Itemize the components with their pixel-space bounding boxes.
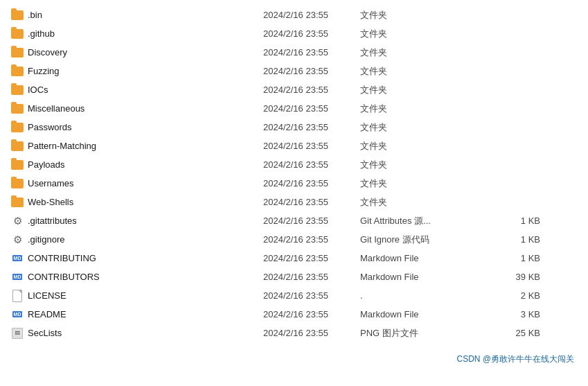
list-item[interactable]: MDCONTRIBUTORS2024/2/16 23:55Markdown Fi… <box>0 267 588 286</box>
file-type: Markdown File <box>360 272 485 282</box>
list-item[interactable]: Miscellaneous2024/2/16 23:55文件夹 <box>0 99 588 118</box>
file-name: CONTRIBUTING <box>28 253 263 263</box>
folder-icon <box>11 121 24 134</box>
file-name: Fuzzing <box>28 66 263 76</box>
file-type: 文件夹 <box>360 46 485 59</box>
file-type: Git Ignore 源代码 <box>360 234 485 246</box>
file-name: README <box>28 309 263 319</box>
list-item[interactable]: Web-Shells2024/2/16 23:55文件夹 <box>0 193 588 211</box>
gear-icon: ⚙ <box>11 234 24 246</box>
folder-icon <box>11 46 24 59</box>
folder-icon <box>11 140 24 152</box>
file-type: 文件夹 <box>360 9 485 21</box>
file-type: 文件夹 <box>360 84 485 96</box>
markdown-icon: MD <box>11 308 24 321</box>
list-item[interactable]: Usernames2024/2/16 23:55文件夹 <box>0 174 588 193</box>
folder-icon <box>11 196 24 209</box>
list-item[interactable]: MDCONTRIBUTING2024/2/16 23:55Markdown Fi… <box>0 249 588 267</box>
file-type: 文件夹 <box>360 121 485 134</box>
file-name: SecLists <box>28 328 263 338</box>
file-type: 文件夹 <box>360 103 485 115</box>
file-date: 2024/2/16 23:55 <box>263 253 360 263</box>
file-size: 1 KB <box>485 234 540 245</box>
file-size: 39 KB <box>485 272 540 282</box>
file-size: 2 KB <box>485 290 540 301</box>
file-type: 文件夹 <box>360 196 485 209</box>
file-date: 2024/2/16 23:55 <box>263 141 360 151</box>
file-date: 2024/2/16 23:55 <box>263 309 360 319</box>
file-date: 2024/2/16 23:55 <box>263 47 360 58</box>
folder-icon <box>11 84 24 96</box>
list-item[interactable]: Pattern-Matching2024/2/16 23:55文件夹 <box>0 137 588 155</box>
folder-icon <box>11 65 24 78</box>
file-type: Markdown File <box>360 253 485 263</box>
list-item[interactable]: LICENSE2024/2/16 23:55.2 KB <box>0 286 588 305</box>
list-item[interactable]: 🖼SecLists2024/2/16 23:55PNG 图片文件25 KB <box>0 324 588 342</box>
file-date: 2024/2/16 23:55 <box>263 178 360 188</box>
file-date: 2024/2/16 23:55 <box>263 290 360 301</box>
file-name: .github <box>28 28 263 39</box>
file-date: 2024/2/16 23:55 <box>263 234 360 245</box>
file-name: .bin <box>28 10 263 20</box>
file-type: Markdown File <box>360 309 485 319</box>
file-date: 2024/2/16 23:55 <box>263 85 360 95</box>
file-name: .gitignore <box>28 234 263 245</box>
list-item[interactable]: Passwords2024/2/16 23:55文件夹 <box>0 118 588 137</box>
file-size: 1 KB <box>485 216 540 226</box>
list-item[interactable]: .github2024/2/16 23:55文件夹 <box>0 24 588 43</box>
file-name: Pattern-Matching <box>28 141 263 151</box>
file-icon <box>11 290 24 302</box>
file-type: 文件夹 <box>360 65 485 78</box>
gear-icon: ⚙ <box>11 215 24 227</box>
file-date: 2024/2/16 23:55 <box>263 103 360 114</box>
file-type: 文件夹 <box>360 140 485 152</box>
file-type: 文件夹 <box>360 177 485 190</box>
list-item[interactable]: Discovery2024/2/16 23:55文件夹 <box>0 43 588 62</box>
file-name: .gitattributes <box>28 216 263 226</box>
folder-icon <box>11 177 24 190</box>
folder-icon <box>11 28 24 40</box>
image-icon: 🖼 <box>11 327 24 340</box>
list-item[interactable]: ⚙.gitignore2024/2/16 23:55Git Ignore 源代码… <box>0 230 588 249</box>
file-type: Git Attributes 源... <box>360 215 485 227</box>
file-type: 文件夹 <box>360 28 485 40</box>
file-date: 2024/2/16 23:55 <box>263 197 360 207</box>
file-size: 25 KB <box>485 328 540 338</box>
file-date: 2024/2/16 23:55 <box>263 272 360 282</box>
file-name: Payloads <box>28 159 263 170</box>
file-type: PNG 图片文件 <box>360 327 485 340</box>
list-item[interactable]: Payloads2024/2/16 23:55文件夹 <box>0 155 588 174</box>
file-date: 2024/2/16 23:55 <box>263 28 360 39</box>
file-date: 2024/2/16 23:55 <box>263 66 360 76</box>
list-item[interactable]: .bin2024/2/16 23:55文件夹 <box>0 6 588 24</box>
file-date: 2024/2/16 23:55 <box>263 10 360 20</box>
file-date: 2024/2/16 23:55 <box>263 122 360 132</box>
folder-icon <box>11 9 24 21</box>
file-name: Miscellaneous <box>28 103 263 114</box>
file-name: Passwords <box>28 122 263 132</box>
file-date: 2024/2/16 23:55 <box>263 328 360 338</box>
file-date: 2024/2/16 23:55 <box>263 216 360 226</box>
file-name: CONTRIBUTORS <box>28 272 263 282</box>
file-type: . <box>360 290 485 301</box>
watermark: CSDN @勇敢许牛牛在线大闯关 <box>0 348 588 371</box>
file-type: 文件夹 <box>360 159 485 171</box>
file-name: LICENSE <box>28 290 263 301</box>
file-date: 2024/2/16 23:55 <box>263 159 360 170</box>
file-size: 1 KB <box>485 253 540 263</box>
file-size: 3 KB <box>485 309 540 319</box>
file-name: Usernames <box>28 178 263 188</box>
list-item[interactable]: IOCs2024/2/16 23:55文件夹 <box>0 80 588 99</box>
markdown-icon: MD <box>11 271 24 283</box>
folder-icon <box>11 159 24 171</box>
list-item[interactable]: Fuzzing2024/2/16 23:55文件夹 <box>0 62 588 80</box>
file-name: IOCs <box>28 85 263 95</box>
markdown-icon: MD <box>11 252 24 265</box>
folder-icon <box>11 103 24 115</box>
list-item[interactable]: MDREADME2024/2/16 23:55Markdown File3 KB <box>0 305 588 324</box>
list-item[interactable]: ⚙.gitattributes2024/2/16 23:55Git Attrib… <box>0 211 588 230</box>
file-name: Discovery <box>28 47 263 58</box>
file-list: .bin2024/2/16 23:55文件夹.github2024/2/16 2… <box>0 0 588 348</box>
file-name: Web-Shells <box>28 197 263 207</box>
